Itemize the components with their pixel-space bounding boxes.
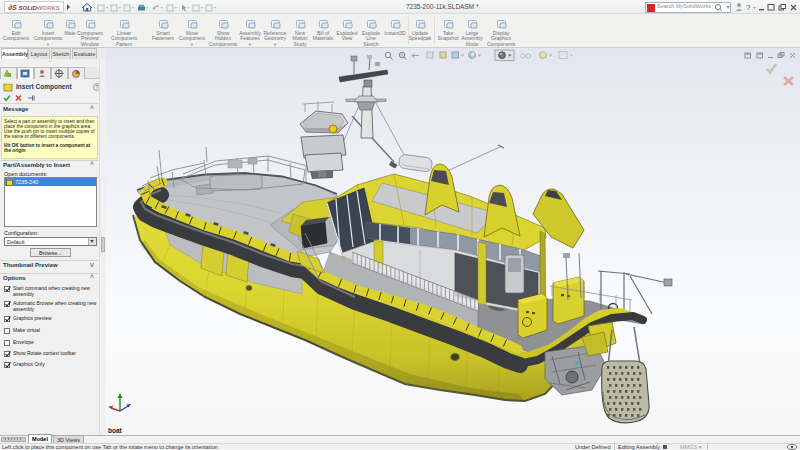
- svg-text:?: ?: [746, 3, 751, 12]
- svg-text:?: ?: [95, 84, 98, 90]
- svg-text:boat: boat: [108, 427, 123, 434]
